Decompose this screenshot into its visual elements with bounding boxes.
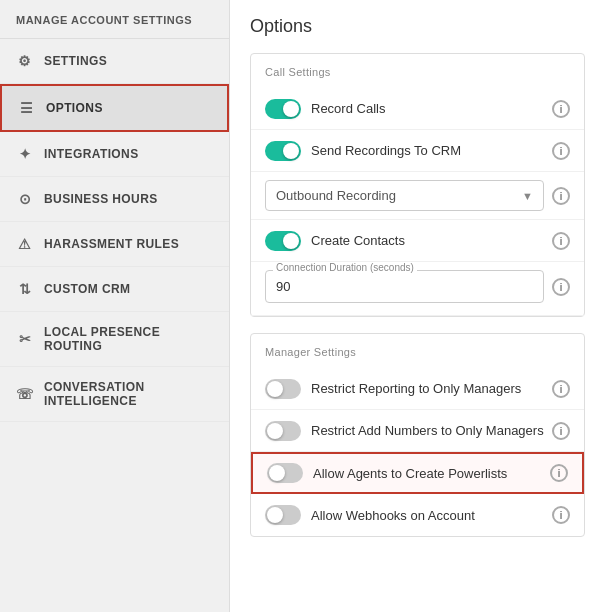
record-calls-label: Record Calls: [311, 101, 552, 116]
send-recordings-toggle[interactable]: [265, 141, 301, 161]
sidebar-item-label-conversation-intelligence: CONVERSATION INTELLIGENCE: [44, 380, 213, 408]
allow-agents-powerlists-toggle[interactable]: [267, 463, 303, 483]
allow-agents-powerlists-label: Allow Agents to Create Powerlists: [313, 466, 550, 481]
local-presence-routing-icon: ✂: [16, 330, 34, 348]
sidebar-item-label-harassment-rules: HARASSMENT RULES: [44, 237, 179, 251]
conversation-intelligence-icon: ☏: [16, 385, 34, 403]
toggle-knob: [267, 381, 283, 397]
sidebar-item-custom-crm[interactable]: ⇅CUSTOM CRM: [0, 267, 229, 312]
restrict-reporting-info[interactable]: i: [552, 380, 570, 398]
sidebar-item-business-hours[interactable]: ⊙BUSINESS HOURS: [0, 177, 229, 222]
manager-settings-label: Manager Settings: [251, 346, 584, 358]
send-recordings-label: Send Recordings To CRM: [311, 143, 552, 158]
sidebar: MANAGE ACCOUNT SETTINGS ⚙SETTINGS☰OPTION…: [0, 0, 230, 612]
connection-duration-input[interactable]: [265, 270, 544, 303]
outbound-recording-row: Outbound Recording ▼ i: [251, 172, 584, 220]
sidebar-nav: ⚙SETTINGS☰OPTIONS✦INTEGRATIONS⊙BUSINESS …: [0, 39, 229, 422]
toggle-knob: [267, 423, 283, 439]
chevron-down-icon: ▼: [522, 190, 533, 202]
sidebar-item-integrations[interactable]: ✦INTEGRATIONS: [0, 132, 229, 177]
record-calls-info[interactable]: i: [552, 100, 570, 118]
allow-webhooks-info[interactable]: i: [552, 506, 570, 524]
toggle-knob: [283, 101, 299, 117]
sidebar-item-label-local-presence-routing: LOCAL PRESENCE ROUTING: [44, 325, 213, 353]
restrict-reporting-row: Restrict Reporting to Only Managers i: [251, 368, 584, 410]
toggle-knob: [267, 507, 283, 523]
manager-settings-section: Manager Settings Restrict Reporting to O…: [250, 333, 585, 537]
create-contacts-info[interactable]: i: [552, 232, 570, 250]
allow-agents-powerlists-row: Allow Agents to Create Powerlists i: [251, 452, 584, 494]
restrict-reporting-label: Restrict Reporting to Only Managers: [311, 381, 552, 396]
page-title: Options: [250, 16, 585, 37]
custom-crm-icon: ⇅: [16, 280, 34, 298]
options-icon: ☰: [18, 99, 36, 117]
sidebar-item-label-options: OPTIONS: [46, 101, 103, 115]
sidebar-item-label-custom-crm: CUSTOM CRM: [44, 282, 130, 296]
call-settings-label: Call Settings: [251, 66, 584, 78]
toggle-knob: [269, 465, 285, 481]
sidebar-title: MANAGE ACCOUNT SETTINGS: [0, 0, 229, 39]
harassment-rules-icon: ⚠: [16, 235, 34, 253]
sidebar-item-label-integrations: INTEGRATIONS: [44, 147, 139, 161]
settings-icon: ⚙: [16, 52, 34, 70]
connection-duration-label: Connection Duration (seconds): [273, 262, 417, 273]
toggle-knob: [283, 143, 299, 159]
create-contacts-label: Create Contacts: [311, 233, 552, 248]
record-calls-toggle[interactable]: [265, 99, 301, 119]
business-hours-icon: ⊙: [16, 190, 34, 208]
connection-duration-group: Connection Duration (seconds): [265, 270, 544, 303]
send-recordings-info[interactable]: i: [552, 142, 570, 160]
sidebar-item-label-settings: SETTINGS: [44, 54, 107, 68]
sidebar-item-options[interactable]: ☰OPTIONS: [0, 84, 229, 132]
outbound-recording-dropdown[interactable]: Outbound Recording ▼: [265, 180, 544, 211]
call-settings-section: Call Settings Record Calls i Send Record…: [250, 53, 585, 317]
main-content: Options Call Settings Record Calls i Sen…: [230, 0, 605, 612]
restrict-add-numbers-info[interactable]: i: [552, 422, 570, 440]
create-contacts-toggle[interactable]: [265, 231, 301, 251]
allow-webhooks-row: Allow Webhooks on Account i: [251, 494, 584, 536]
sidebar-item-settings[interactable]: ⚙SETTINGS: [0, 39, 229, 84]
restrict-add-numbers-row: Restrict Add Numbers to Only Managers i: [251, 410, 584, 452]
toggle-knob: [283, 233, 299, 249]
allow-webhooks-toggle[interactable]: [265, 505, 301, 525]
record-calls-row: Record Calls i: [251, 88, 584, 130]
restrict-add-numbers-label: Restrict Add Numbers to Only Managers: [311, 423, 552, 438]
create-contacts-row: Create Contacts i: [251, 220, 584, 262]
outbound-recording-info[interactable]: i: [552, 187, 570, 205]
sidebar-item-conversation-intelligence[interactable]: ☏CONVERSATION INTELLIGENCE: [0, 367, 229, 422]
restrict-add-numbers-toggle[interactable]: [265, 421, 301, 441]
connection-duration-row: Connection Duration (seconds) i: [251, 262, 584, 316]
send-recordings-row: Send Recordings To CRM i: [251, 130, 584, 172]
connection-duration-info[interactable]: i: [552, 278, 570, 296]
allow-webhooks-label: Allow Webhooks on Account: [311, 508, 552, 523]
sidebar-item-label-business-hours: BUSINESS HOURS: [44, 192, 158, 206]
restrict-reporting-toggle[interactable]: [265, 379, 301, 399]
integrations-icon: ✦: [16, 145, 34, 163]
outbound-recording-value: Outbound Recording: [276, 188, 396, 203]
allow-agents-powerlists-info[interactable]: i: [550, 464, 568, 482]
sidebar-item-harassment-rules[interactable]: ⚠HARASSMENT RULES: [0, 222, 229, 267]
sidebar-item-local-presence-routing[interactable]: ✂LOCAL PRESENCE ROUTING: [0, 312, 229, 367]
